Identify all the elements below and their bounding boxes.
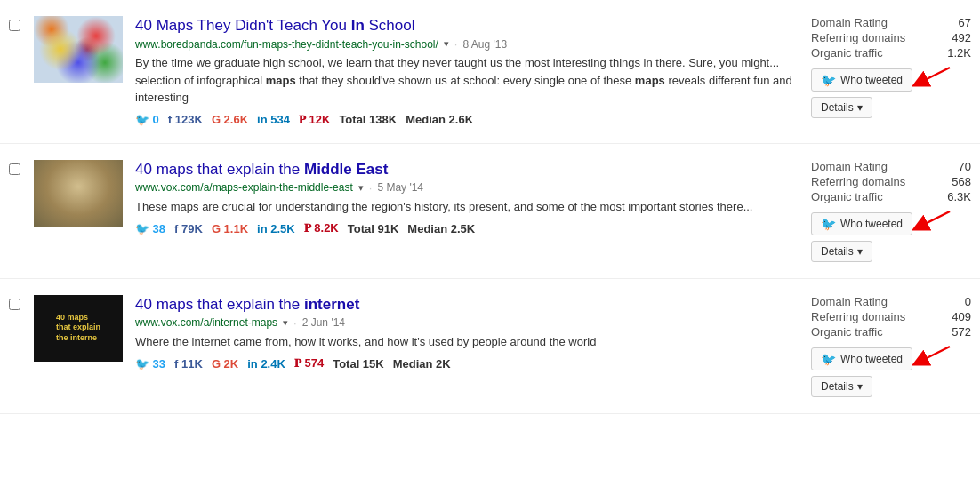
red-arrow-annotation: [916, 342, 952, 369]
domain-rating-value: 70: [959, 160, 971, 173]
domain-rating-row: Domain Rating 67: [811, 16, 971, 29]
referring-domains-value: 568: [952, 175, 971, 188]
result-checkbox[interactable]: [9, 20, 20, 31]
social-stats: 🐦 38 f 79K G 1.1K in 2.5K 𝐏 8.2K Total 9…: [135, 221, 793, 235]
google-stat: G 2K: [212, 357, 238, 370]
who-tweeted-label: Who tweeted: [840, 218, 903, 230]
referring-domains-label: Referring domains: [811, 175, 905, 188]
domain-rating-value: 0: [965, 295, 971, 308]
social-stats: 🐦 0 f 123K G 2.6K in 534 𝐏 12K Total 138…: [135, 113, 793, 127]
result-snippet: These maps are crucial for understanding…: [135, 198, 793, 216]
details-button[interactable]: Details ▾: [811, 241, 872, 262]
organic-traffic-label: Organic traffic: [811, 190, 883, 203]
organic-traffic-row: Organic traffic 1.2K: [811, 46, 971, 60]
result-url: www.vox.com/a/internet-maps: [135, 316, 277, 329]
details-label: Details: [821, 101, 854, 114]
result-thumbnail: 40 mapsthat explainthe interne: [34, 295, 123, 362]
who-tweeted-button[interactable]: 🐦 Who tweeted: [811, 347, 912, 370]
result-checkbox-col: [9, 295, 34, 313]
domain-rating-row: Domain Rating 70: [811, 160, 971, 173]
url-dropdown-button[interactable]: ▾: [444, 38, 449, 50]
referring-domains-value: 492: [952, 31, 971, 44]
details-dropdown-icon: ▾: [857, 101, 863, 114]
twitter-stat: 🐦 33: [135, 357, 165, 370]
result-row: 40 mapsthat explainthe interne 40 maps t…: [0, 279, 980, 414]
who-tweeted-label: Who tweeted: [840, 74, 903, 86]
organic-traffic-row: Organic traffic 6.3K: [811, 190, 971, 203]
result-row: 40 Maps They Didn't Teach You In School …: [0, 0, 980, 144]
linkedin-stat: in 534: [257, 113, 290, 126]
result-date: 2 Jun '14: [302, 316, 345, 329]
organic-traffic-label: Organic traffic: [811, 46, 883, 60]
pinterest-stat: 𝐏 12K: [299, 113, 330, 127]
who-tweeted-button[interactable]: 🐦 Who tweeted: [811, 68, 912, 92]
details-label: Details: [821, 380, 854, 393]
twitter-stat: 🐦 0: [135, 113, 159, 126]
metrics-col: Domain Rating 67 Referring domains 492 O…: [793, 16, 971, 118]
total-stat: Total 138K: [339, 113, 397, 126]
pinterest-stat: 𝐏 574: [294, 356, 324, 370]
domain-rating-label: Domain Rating: [811, 160, 888, 173]
result-url: www.vox.com/a/maps-explain-the-middle-ea…: [135, 181, 353, 194]
separator: ·: [293, 316, 297, 330]
result-row: 40 maps that explain the Middle East www…: [0, 144, 980, 279]
median-stat: Median 2.5K: [407, 222, 475, 235]
result-title-link[interactable]: 40 maps that explain the internet: [135, 296, 359, 313]
result-thumbnail: [34, 160, 123, 227]
thumbnail-text: 40 mapsthat explainthe interne: [56, 313, 100, 344]
organic-traffic-label: Organic traffic: [811, 325, 883, 339]
social-stats: 🐦 33 f 11K G 2K in 2.4K 𝐏 574 Total 15K …: [135, 356, 793, 370]
twitter-icon: 🐦: [821, 73, 836, 87]
facebook-stat: f 123K: [168, 113, 203, 126]
svg-line-0: [920, 68, 950, 83]
details-dropdown-icon: ▾: [857, 245, 863, 258]
result-url-line: www.vox.com/a/maps-explain-the-middle-ea…: [135, 181, 793, 195]
result-checkbox[interactable]: [9, 163, 20, 175]
referring-domains-row: Referring domains 409: [811, 310, 971, 323]
red-arrow-annotation: [916, 63, 952, 90]
organic-traffic-value: 1.2K: [947, 46, 971, 60]
details-button[interactable]: Details ▾: [811, 97, 872, 118]
referring-domains-row: Referring domains 492: [811, 31, 971, 44]
google-stat: G 1.1K: [212, 222, 248, 235]
result-checkbox[interactable]: [9, 299, 20, 310]
total-stat: Total 15K: [333, 357, 384, 370]
facebook-stat: f 79K: [174, 222, 203, 235]
google-stat: G 2.6K: [212, 113, 248, 126]
result-url: www.boredpanda.com/fun-maps-they-didnt-t…: [135, 38, 438, 51]
linkedin-stat: in 2.4K: [247, 357, 285, 370]
result-content: 40 maps that explain the Middle East www…: [135, 160, 793, 236]
url-dropdown-button[interactable]: ▾: [358, 182, 364, 194]
result-checkbox-col: [9, 160, 34, 178]
referring-domains-label: Referring domains: [811, 31, 905, 44]
separator: ·: [369, 181, 373, 195]
linkedin-stat: in 2.5K: [257, 222, 295, 235]
result-url-line: www.vox.com/a/internet-maps ▾ · 2 Jun '1…: [135, 316, 793, 330]
details-dropdown-icon: ▾: [857, 380, 863, 393]
result-snippet: Where the internet came from, how it wor…: [135, 333, 793, 351]
result-title-link[interactable]: 40 Maps They Didn't Teach You In School: [135, 17, 415, 34]
result-content: 40 Maps They Didn't Teach You In School …: [135, 16, 793, 127]
result-date: 8 Aug '13: [462, 38, 507, 51]
domain-rating-value: 67: [959, 16, 971, 29]
result-date: 5 May '14: [377, 181, 423, 194]
twitter-icon: 🐦: [821, 352, 836, 366]
total-stat: Total 91K: [348, 222, 399, 235]
details-button[interactable]: Details ▾: [811, 376, 872, 397]
separator: ·: [454, 37, 458, 51]
organic-traffic-value: 6.3K: [947, 190, 971, 203]
organic-traffic-value: 572: [952, 325, 971, 339]
referring-domains-label: Referring domains: [811, 310, 905, 323]
url-dropdown-button[interactable]: ▾: [283, 317, 288, 329]
result-thumbnail: [34, 16, 123, 83]
svg-line-1: [920, 211, 950, 227]
result-title-link[interactable]: 40 maps that explain the Middle East: [135, 161, 388, 178]
result-content: 40 maps that explain the internet www.vo…: [135, 295, 793, 371]
svg-line-2: [920, 347, 950, 362]
twitter-stat: 🐦 38: [135, 222, 165, 235]
who-tweeted-button[interactable]: 🐦 Who tweeted: [811, 212, 912, 235]
domain-rating-row: Domain Rating 0: [811, 295, 971, 308]
red-arrow-annotation: [916, 207, 952, 234]
facebook-stat: f 11K: [174, 357, 203, 370]
metrics-col: Domain Rating 0 Referring domains 409 Or…: [793, 295, 971, 397]
